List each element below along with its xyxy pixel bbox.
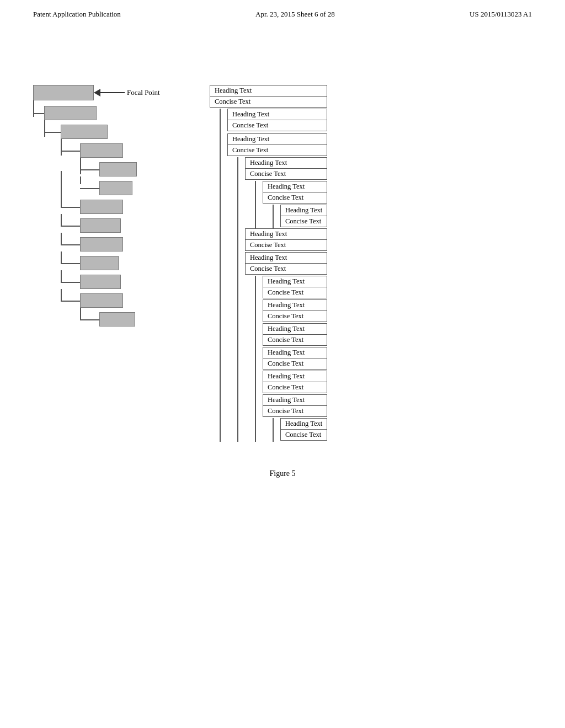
node-2-2: Heading Text Concise Text (245, 228, 327, 252)
concise-4-1: Concise Text (280, 216, 327, 227)
header-middle: Apr. 23, 2015 Sheet 6 of 28 (255, 10, 335, 19)
concise-4-f: Concise Text (280, 430, 327, 441)
stair-block-5 (99, 162, 137, 176)
node-3-f: Heading Text Concise Text Heading Text C… (263, 394, 327, 442)
stair-block-9 (80, 237, 123, 251)
heading-1-2: Heading Text (227, 133, 327, 145)
stair-block-2 (44, 106, 97, 120)
right-tree-diagram: Heading Text Concise Text Heading Text C… (210, 85, 327, 442)
node-1-2: Heading Text Concise Text Heading Text C… (227, 133, 327, 442)
stair-block-4 (80, 143, 123, 158)
focal-point-label: Focal Point (127, 88, 160, 97)
heading-0: Heading Text (210, 85, 327, 97)
node-3-b: Heading Text Concise Text (263, 299, 327, 323)
concise-3-1: Concise Text (263, 192, 327, 204)
node-2-3: Heading Text Concise Text Heading Text C… (245, 252, 327, 442)
heading-3-c: Heading Text (263, 323, 327, 335)
left-staircase-diagram: Focal Point (33, 85, 188, 326)
concise-2-3: Concise Text (245, 264, 327, 275)
node-4-f: Heading Text Concise Text (280, 418, 327, 442)
node-3-e: Heading Text Concise Text (263, 371, 327, 394)
concise-2-1: Concise Text (245, 169, 327, 180)
concise-3-d: Concise Text (263, 358, 327, 370)
concise-3-c: Concise Text (263, 335, 327, 346)
concise-2-2: Concise Text (245, 240, 327, 251)
node-3-a: Heading Text Concise Text (263, 276, 327, 299)
stair-block-3 (61, 125, 108, 139)
header-left: Patent Application Publication (33, 10, 121, 19)
stair-block-11 (80, 275, 121, 289)
concise-3-f: Concise Text (263, 406, 327, 417)
heading-3-d: Heading Text (263, 347, 327, 358)
focal-point-row: Focal Point (33, 85, 188, 100)
node-0: Heading Text Concise Text Heading Text C… (210, 85, 327, 442)
heading-3-a: Heading Text (263, 276, 327, 287)
stair-block-6 (99, 181, 132, 195)
heading-4-f: Heading Text (280, 418, 327, 430)
figure-label: Figure 5 (0, 469, 565, 478)
heading-3-e: Heading Text (263, 371, 327, 382)
stair-block-13 (99, 312, 135, 326)
stair-block-7 (80, 200, 123, 214)
node-3-c: Heading Text Concise Text (263, 323, 327, 347)
heading-3-b: Heading Text (263, 299, 327, 311)
heading-2-3: Heading Text (245, 252, 327, 264)
heading-1-1: Heading Text (227, 109, 327, 120)
concise-3-b: Concise Text (263, 311, 327, 322)
stair-block-12 (80, 293, 123, 308)
arrow-shaft (100, 92, 125, 93)
patent-header: Patent Application Publication Apr. 23, … (0, 0, 565, 24)
stair-block-8 (80, 218, 121, 233)
arrow-left-head (94, 89, 100, 97)
header-right: US 2015/0113023 A1 (470, 10, 532, 19)
stair-block-10 (80, 256, 119, 270)
concise-1-1: Concise Text (227, 120, 327, 131)
node-4-1: Heading Text Concise Text (280, 205, 327, 228)
concise-3-a: Concise Text (263, 287, 327, 298)
concise-1-2: Concise Text (227, 145, 327, 156)
heading-2-1: Heading Text (245, 157, 327, 169)
node-3-1: Heading Text Concise Text Heading Text C… (263, 181, 327, 228)
heading-3-1: Heading Text (263, 181, 327, 192)
heading-4-1: Heading Text (280, 205, 327, 216)
focal-block (33, 85, 94, 100)
concise-3-e: Concise Text (263, 382, 327, 393)
heading-3-f: Heading Text (263, 394, 327, 406)
heading-2-2: Heading Text (245, 228, 327, 240)
node-1-1: Heading Text Concise Text (227, 109, 327, 132)
diagram-wrapper: Focal Point (0, 57, 565, 464)
node-3-d: Heading Text Concise Text (263, 347, 327, 371)
concise-0: Concise Text (210, 97, 327, 108)
node-2-1: Heading Text Concise Text Heading Text C… (245, 157, 327, 228)
